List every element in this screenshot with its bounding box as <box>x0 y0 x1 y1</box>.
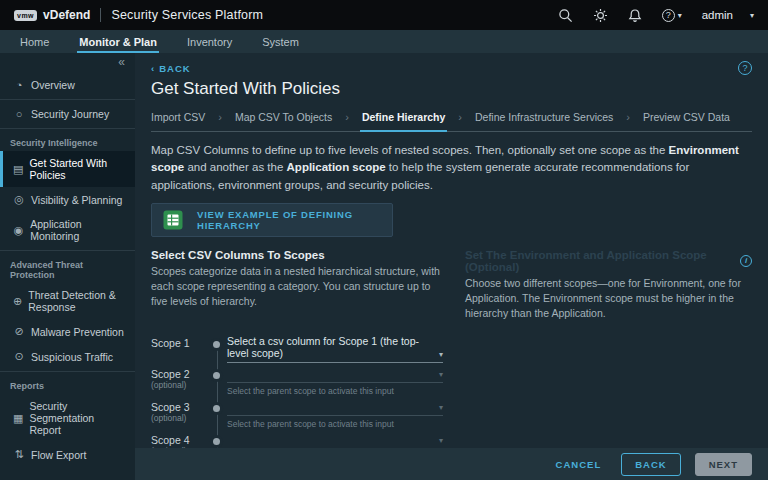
notifications-bell-icon[interactable] <box>628 8 642 23</box>
sidebar-item-threat-detection-response[interactable]: ⊕ Threat Detection & Response <box>0 283 135 319</box>
cancel-button[interactable]: CANCEL <box>550 458 608 471</box>
next-button[interactable]: NEXT <box>695 453 752 476</box>
scope-3-label-cell: Scope 3 (optional) <box>151 399 209 429</box>
top-app-bar: vmw vDefend Security Services Platform ?… <box>0 0 768 30</box>
scope-1-label: Scope 1 <box>151 335 209 349</box>
scope-2-helper-text: Select the parent scope to activate this… <box>227 386 443 396</box>
sidebar-group-advanced-threat-protection: Advanced Threat Protection ⊕ Threat Dete… <box>0 250 135 371</box>
malware-shield-icon: ⊘ <box>13 325 25 338</box>
tree-node-dot <box>213 341 220 348</box>
step-separator-icon: › <box>218 111 222 123</box>
sidebar-item-security-segmentation-report[interactable]: ▦ Security Segmentation Report <box>0 394 135 442</box>
scope-row-1: Scope 1 Select a csv column for Scope 1 … <box>151 335 581 363</box>
sidebar-item-label: Overview <box>31 79 75 91</box>
tree-node-cell <box>209 366 227 396</box>
scope-3-helper-text: Select the parent scope to activate this… <box>227 419 443 429</box>
sidebar-item-label: Security Segmentation Report <box>29 400 127 436</box>
view-example-label: VIEW EXAMPLE OF DEFINING HIERARCHY <box>197 209 381 231</box>
back-row: ‹ BACK ? <box>151 61 752 75</box>
nav-item-system[interactable]: System <box>260 30 301 53</box>
scope-1-label-cell: Scope 1 <box>151 335 209 363</box>
tree-node-cell <box>209 335 227 363</box>
step-separator-icon: › <box>626 111 630 123</box>
topbar-divider <box>100 8 101 22</box>
sidebar-item-label: Visibility & Planning <box>31 194 122 206</box>
sidebar-collapse-icon[interactable]: « <box>0 55 135 71</box>
page-help-icon[interactable]: ? <box>738 61 752 75</box>
threat-detection-icon: ⊕ <box>13 295 22 308</box>
primary-nav: Home Monitor & Plan Inventory System <box>0 30 768 53</box>
sidebar-item-label: Suspicious Traffic <box>31 351 113 363</box>
settings-gear-icon[interactable] <box>593 8 608 23</box>
chevron-down-icon: ▾ <box>678 11 682 20</box>
env-app-scope-title-text: Set The Environment and Application Scop… <box>465 249 734 273</box>
sidebar-section-header: Reports <box>0 374 135 394</box>
view-example-button[interactable]: VIEW EXAMPLE OF DEFINING HIERARCHY <box>151 203 393 237</box>
help-menu[interactable]: ? ▾ <box>662 9 682 22</box>
sidebar-item-visibility-planning[interactable]: ◎ Visibility & Planning <box>0 187 135 212</box>
back-link[interactable]: ‹ BACK <box>151 63 191 74</box>
sidebar: « ◔ Overview ○ Security Journey Security… <box>0 53 135 480</box>
csv-spreadsheet-icon <box>163 210 183 230</box>
chevron-down-icon: ▾ <box>750 11 754 20</box>
step-map-csv-to-objects[interactable]: Map CSV To Objects <box>235 111 332 123</box>
user-menu[interactable]: admin ▾ <box>702 9 754 21</box>
report-icon: ▦ <box>13 412 23 425</box>
sidebar-item-suspicious-traffic[interactable]: ⊙ Suspicious Traffic <box>0 344 135 369</box>
step-import-csv[interactable]: Import CSV <box>151 111 205 123</box>
sidebar-item-malware-prevention[interactable]: ⊘ Malware Prevention <box>0 319 135 344</box>
scope-row-2: Scope 2 (optional) ▾ Select the parent s… <box>151 366 581 396</box>
chevron-down-icon: ▾ <box>439 436 443 445</box>
env-app-scope-section: Set The Environment and Application Scop… <box>465 249 752 322</box>
select-scopes-title: Select CSV Columns To Scopes <box>151 249 443 261</box>
application-scope-emphasis: Application scope <box>287 161 386 173</box>
chevron-down-icon: ▾ <box>439 370 443 379</box>
back-chevron-icon: ‹ <box>151 63 155 74</box>
info-icon[interactable]: i <box>740 255 752 267</box>
sidebar-group: ○ Security Journey <box>0 99 135 128</box>
sidebar-item-flow-export[interactable]: ⇅ Flow Export <box>0 442 135 467</box>
scope-2-input-cell: ▾ Select the parent scope to activate th… <box>227 366 443 396</box>
sidebar-item-label: Malware Prevention <box>31 326 124 338</box>
visibility-icon: ◎ <box>13 193 25 206</box>
sidebar-item-get-started-with-policies[interactable]: ▤ Get Started With Policies <box>0 151 135 187</box>
scope-3-select: ▾ <box>227 399 443 416</box>
nav-item-monitor-and-plan[interactable]: Monitor & Plan <box>77 30 159 53</box>
step-separator-icon: › <box>345 111 349 123</box>
scope-1-input-cell: Select a csv column for Scope 1 (the top… <box>227 335 443 363</box>
env-app-scope-title: Set The Environment and Application Scop… <box>465 249 752 273</box>
tree-node-dot <box>213 372 220 379</box>
brand-name: vDefend <box>43 8 90 22</box>
product-title: Security Services Platform <box>111 8 263 22</box>
topbar-actions: ? ▾ admin ▾ <box>558 8 754 23</box>
scope-2-select: ▾ <box>227 366 443 383</box>
step-define-hierarchy[interactable]: Define Hierarchy <box>362 111 445 123</box>
sidebar-item-label: Application Monitoring <box>30 218 127 242</box>
scope-2-label: Scope 2 <box>151 366 209 380</box>
sidebar-item-security-journey[interactable]: ○ Security Journey <box>0 102 135 126</box>
scope-2-label-cell: Scope 2 (optional) <box>151 366 209 396</box>
chevron-down-icon: ▾ <box>439 403 443 412</box>
step-define-infrastructure-services[interactable]: Define Infrastructure Services <box>475 111 613 123</box>
select-scopes-description: Scopes categorize data in a nested hiera… <box>151 264 443 310</box>
sidebar-item-overview[interactable]: ◔ Overview <box>0 73 135 97</box>
scope-3-optional: (optional) <box>151 413 209 423</box>
scope-1-select[interactable]: Select a csv column for Scope 1 (the top… <box>227 335 443 363</box>
nav-item-inventory[interactable]: Inventory <box>185 30 234 53</box>
sidebar-item-application-monitoring[interactable]: ◉ Application Monitoring <box>0 212 135 248</box>
back-button[interactable]: BACK <box>621 453 680 476</box>
flow-export-icon: ⇅ <box>13 448 25 461</box>
tree-node-dot <box>213 438 220 445</box>
nav-item-home[interactable]: Home <box>18 30 51 53</box>
sidebar-group-reports: Reports ▦ Security Segmentation Report ⇅… <box>0 371 135 469</box>
search-icon[interactable] <box>558 8 573 23</box>
wizard-steps: Import CSV › Map CSV To Objects › Define… <box>151 111 752 132</box>
policy-document-icon: ▤ <box>13 163 23 176</box>
env-app-scope-description: Choose two different scopes—one for Envi… <box>465 276 752 322</box>
main-content: ‹ BACK ? Get Started With Policies Impor… <box>135 53 768 448</box>
step-separator-icon: › <box>458 111 462 123</box>
scope-4-label: Scope 4 <box>151 432 209 446</box>
journey-circle-icon: ○ <box>13 108 25 120</box>
step-preview-csv-data[interactable]: Preview CSV Data <box>643 111 730 123</box>
sidebar-item-label: Flow Export <box>31 449 86 461</box>
